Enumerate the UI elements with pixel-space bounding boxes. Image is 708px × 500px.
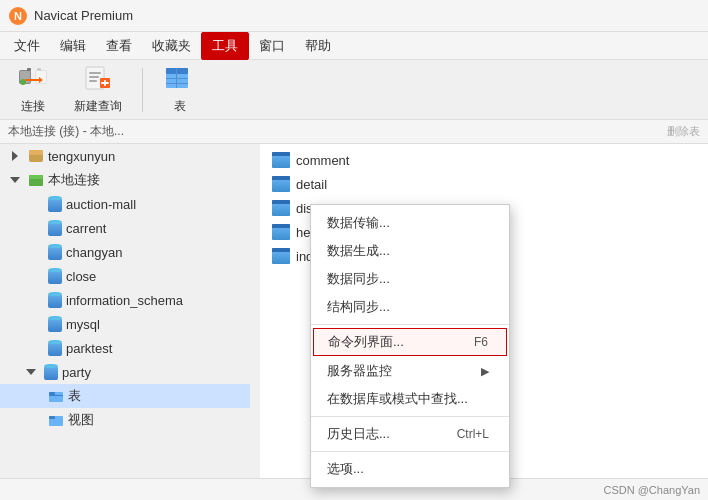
sidebar-item-auction-mall[interactable]: auction-mall bbox=[0, 192, 250, 216]
menu-separator-1 bbox=[311, 324, 509, 325]
table-row-icon bbox=[272, 176, 290, 192]
db-icon bbox=[48, 220, 62, 236]
tables-label: 表 bbox=[68, 387, 81, 405]
parktest-label: parktest bbox=[66, 341, 112, 356]
connect-label: 连接 bbox=[21, 98, 45, 115]
menu-cmd-line[interactable]: 命令列界面... F6 bbox=[313, 328, 507, 356]
svg-rect-17 bbox=[101, 82, 109, 84]
arrow-icon bbox=[8, 148, 24, 164]
local-conn-icon bbox=[28, 172, 44, 188]
sidebar-item-tengxunyun[interactable]: tengxunyun bbox=[0, 144, 250, 168]
app-title: Navicat Premium bbox=[34, 8, 133, 23]
menu-view[interactable]: 查看 bbox=[96, 33, 142, 59]
carrent-label: carrent bbox=[66, 221, 106, 236]
remote-db-icon bbox=[28, 148, 44, 164]
menu-options[interactable]: 选项... bbox=[311, 455, 509, 483]
breadcrumb-bar: 本地连接 (接) - 本地... 删除表 bbox=[0, 120, 708, 144]
svg-rect-22 bbox=[176, 68, 177, 88]
menu-data-sync[interactable]: 数据同步... bbox=[311, 265, 509, 293]
table-item-comment[interactable]: comment bbox=[260, 148, 708, 172]
db-icon bbox=[48, 316, 62, 332]
svg-rect-8 bbox=[37, 68, 41, 71]
db-icon-party bbox=[44, 364, 58, 380]
toolbar: 连接 新建查询 表 bbox=[0, 60, 708, 120]
app-icon: N bbox=[8, 6, 28, 26]
table-row-icon bbox=[272, 224, 290, 240]
tengxunyun-label: tengxunyun bbox=[48, 149, 115, 164]
table-row-icon bbox=[272, 200, 290, 216]
svg-rect-26 bbox=[29, 175, 43, 179]
history-shortcut: Ctrl+L bbox=[457, 427, 489, 441]
menu-server-monitor[interactable]: 服务器监控 ▶ bbox=[311, 357, 509, 385]
information-schema-label: information_schema bbox=[66, 293, 183, 308]
sidebar-item-local-conn[interactable]: 本地连接 bbox=[0, 168, 250, 192]
menu-favorites[interactable]: 收藏夹 bbox=[142, 33, 201, 59]
svg-rect-29 bbox=[49, 395, 63, 396]
menu-separator-3 bbox=[311, 451, 509, 452]
svg-rect-24 bbox=[29, 150, 43, 155]
table-item-detail[interactable]: detail bbox=[260, 172, 708, 196]
mysql-label: mysql bbox=[66, 317, 100, 332]
new-query-label: 新建查询 bbox=[74, 98, 122, 115]
sidebar-scroll[interactable]: tengxunyun 本地连接 auction-mall bbox=[0, 144, 250, 500]
table-row-icon bbox=[272, 248, 290, 264]
menu-separator-2 bbox=[311, 416, 509, 417]
sidebar-item-close[interactable]: close bbox=[0, 264, 250, 288]
sidebar-item-tables[interactable]: 表 bbox=[0, 384, 250, 408]
table-label: 表 bbox=[174, 98, 186, 115]
cmd-shortcut: F6 bbox=[474, 335, 488, 349]
views-label: 视图 bbox=[68, 411, 94, 429]
connect-icon bbox=[17, 64, 49, 96]
menu-window[interactable]: 窗口 bbox=[249, 33, 295, 59]
new-query-icon bbox=[82, 64, 114, 96]
tools-dropdown-menu: 数据传输... 数据生成... 数据同步... 结构同步... 命令列界面...… bbox=[310, 204, 510, 488]
toolbar-separator-1 bbox=[142, 68, 143, 112]
sidebar-item-parktest[interactable]: parktest bbox=[0, 336, 250, 360]
table-item-comment-label: comment bbox=[296, 153, 349, 168]
menu-history[interactable]: 历史日志... Ctrl+L bbox=[311, 420, 509, 448]
arrow-down-icon bbox=[8, 172, 24, 188]
sidebar-item-carrent[interactable]: carrent bbox=[0, 216, 250, 240]
sidebar: tengxunyun 本地连接 auction-mall bbox=[0, 144, 260, 500]
local-conn-label: 本地连接 bbox=[48, 171, 100, 189]
table-row-icon bbox=[272, 152, 290, 168]
sidebar-item-mysql[interactable]: mysql bbox=[0, 312, 250, 336]
svg-rect-14 bbox=[89, 80, 97, 82]
new-query-button[interactable]: 新建查询 bbox=[66, 60, 130, 119]
table-button[interactable]: 表 bbox=[155, 60, 205, 119]
views-folder-icon bbox=[48, 412, 64, 428]
svg-text:N: N bbox=[14, 10, 22, 22]
menu-help[interactable]: 帮助 bbox=[295, 33, 341, 59]
menu-data-transfer[interactable]: 数据传输... bbox=[311, 209, 509, 237]
db-icon bbox=[48, 268, 62, 284]
menu-find-in-db[interactable]: 在数据库或模式中查找... bbox=[311, 385, 509, 413]
sidebar-item-party[interactable]: party bbox=[0, 360, 250, 384]
menu-file[interactable]: 文件 bbox=[4, 33, 50, 59]
svg-rect-13 bbox=[89, 76, 99, 78]
title-bar: N Navicat Premium bbox=[0, 0, 708, 32]
auction-mall-label: auction-mall bbox=[66, 197, 136, 212]
menu-data-generate[interactable]: 数据生成... bbox=[311, 237, 509, 265]
svg-rect-12 bbox=[89, 72, 101, 74]
svg-rect-28 bbox=[49, 392, 55, 395]
submenu-arrow: ▶ bbox=[481, 365, 489, 378]
svg-rect-31 bbox=[49, 416, 55, 419]
close-label: close bbox=[66, 269, 96, 284]
connect-button[interactable]: 连接 bbox=[8, 60, 58, 119]
sidebar-item-information-schema[interactable]: information_schema bbox=[0, 288, 250, 312]
sidebar-item-changyan[interactable]: changyan bbox=[0, 240, 250, 264]
breadcrumb: 本地连接 (接) - 本地... bbox=[8, 123, 124, 140]
table-folder-icon bbox=[48, 388, 64, 404]
db-icon bbox=[48, 196, 62, 212]
changyan-label: changyan bbox=[66, 245, 122, 260]
status-text: CSDN @ChangYan bbox=[603, 484, 700, 496]
menu-bar: 文件 编辑 查看 收藏夹 工具 窗口 帮助 bbox=[0, 32, 708, 60]
svg-rect-5 bbox=[27, 68, 31, 71]
menu-tools[interactable]: 工具 bbox=[201, 32, 249, 60]
sidebar-item-views[interactable]: 视图 bbox=[0, 408, 250, 432]
menu-edit[interactable]: 编辑 bbox=[50, 33, 96, 59]
arrow-down-icon-party bbox=[24, 364, 40, 380]
table-icon bbox=[164, 64, 196, 96]
menu-structure-sync[interactable]: 结构同步... bbox=[311, 293, 509, 321]
party-label: party bbox=[62, 365, 91, 380]
